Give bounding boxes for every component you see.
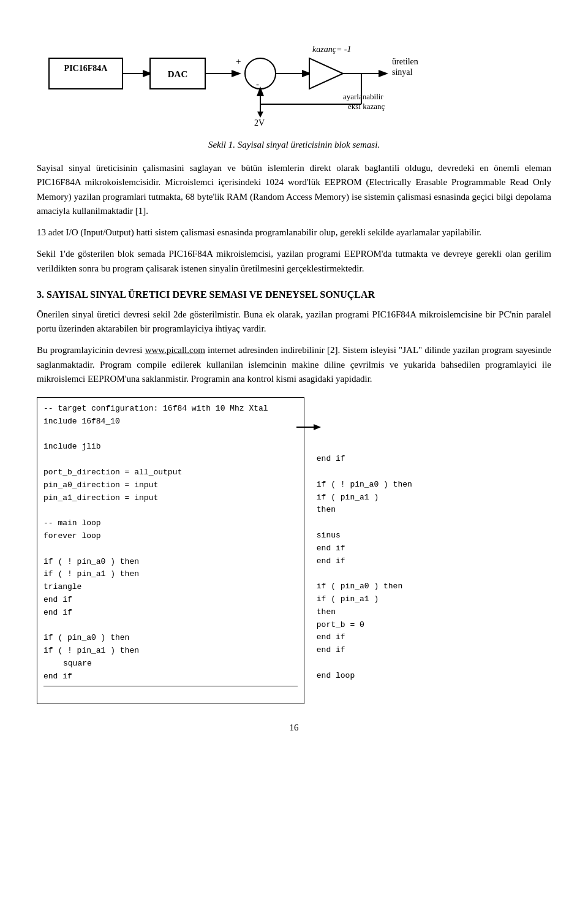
code-include-jlib: include jlib (43, 441, 298, 454)
code-pin-a0: pin_a0_direction = input (43, 479, 298, 492)
svg-text:sinyal: sinyal (392, 67, 413, 77)
code-include: include 16f84_10 (43, 416, 298, 428)
code-port-b-0: port_b = 0 (317, 619, 525, 632)
code-if-not-pin-a0-r: if ( ! pin_a0 ) then (317, 479, 525, 491)
svg-text:PIC16F84A: PIC16F84A (64, 64, 108, 73)
svg-text:2V: 2V (254, 118, 265, 127)
code-if-pin-a1-r: if ( pin_a1 ) (317, 491, 525, 504)
svg-text:kazanç= -1: kazanç= -1 (312, 45, 352, 54)
diagram-container: PIC16F84A DAC + - kazanç= -1 üretilen si… (37, 18, 551, 129)
code-pin-a1: pin_a1_direction = input (43, 492, 298, 505)
code-square: square (43, 658, 298, 670)
code-if-not-pin-a0: if ( ! pin_a0 ) then (43, 556, 298, 569)
code-end-if-r4: end if (317, 631, 525, 644)
code-end-if-r5: end if (317, 644, 525, 657)
code-main-loop: -- main loop (43, 517, 298, 530)
block-diagram: PIC16F84A DAC + - kazanç= -1 üretilen si… (43, 25, 545, 129)
code-if-pin-a0-r: if ( pin_a0 ) then (317, 580, 525, 593)
svg-text:ayarlanabilir: ayarlanabilir (343, 92, 383, 101)
code-arrow (296, 421, 321, 438)
svg-marker-25 (314, 424, 321, 430)
code-then-r: then (317, 504, 525, 517)
svg-marker-23 (257, 112, 263, 118)
figure-caption: Sekil 1. Sayisal sinyal üreticisinin blo… (37, 140, 551, 150)
paragraph-4: Sekil 1'de gösterilen blok semada PIC16F… (37, 247, 551, 276)
code-if-pin-a1-r2: if ( pin_a1 ) (317, 593, 525, 606)
code-left: -- target configuration: 16f84 with 10 M… (37, 397, 304, 704)
section3-p1: Önerilen sinyal üretici devresi sekil 2d… (37, 308, 551, 336)
picall-link[interactable]: www.picall.com (145, 345, 205, 355)
code-triangle: triangle (43, 581, 298, 594)
code-area: -- target configuration: 16f84 with 10 M… (37, 397, 551, 704)
code-then-r2: then (317, 606, 525, 619)
code-if-pin-a1-sq: if ( ! pin_a1 ) then (43, 645, 298, 658)
code-end-if-r3: end if (317, 555, 525, 568)
code-sinus: sinus (317, 529, 525, 542)
svg-text:üretilen: üretilen (392, 57, 418, 66)
code-end-if-r2: end if (317, 542, 525, 555)
svg-text:DAC: DAC (168, 69, 188, 79)
code-right: end if if ( ! pin_a0 ) then if ( pin_a1 … (304, 397, 531, 704)
svg-text:-: - (256, 79, 259, 89)
svg-point-7 (245, 58, 276, 89)
svg-rect-0 (49, 58, 123, 89)
code-port-b: port_b_direction = all_output (43, 466, 298, 479)
section-3-heading: 3. SAYISAL SINYAL ÜRETICI DEVRE SEMASI V… (37, 289, 551, 300)
svg-text:+: + (236, 56, 241, 66)
code-end-if-r1: end if (317, 453, 525, 466)
code-end-loop: end loop (317, 670, 525, 683)
code-end-if2: end if (43, 607, 298, 620)
code-end-if1: end if (43, 594, 298, 607)
svg-text:eksi kazanç: eksi kazanç (348, 102, 385, 111)
code-if-pin-a0: if ( pin_a0 ) then (43, 632, 298, 645)
svg-marker-10 (309, 58, 343, 89)
paragraph-3: 13 adet I/O (Input/Output) hatti sistem … (37, 226, 551, 240)
code-if-not-pin-a1: if ( ! pin_a1 ) then (43, 568, 298, 581)
section3-p2: Bu programlayicinin devresi www.picall.c… (37, 343, 551, 386)
code-end-if3: end if (43, 670, 298, 683)
code-forever: forever loop (43, 530, 298, 543)
code-target-config: -- target configuration: 16f84 with 10 M… (43, 403, 298, 416)
page-number: 16 (37, 723, 551, 733)
paragraph-1: Sayisal sinyal üreticisinin çalismasini … (37, 161, 551, 218)
